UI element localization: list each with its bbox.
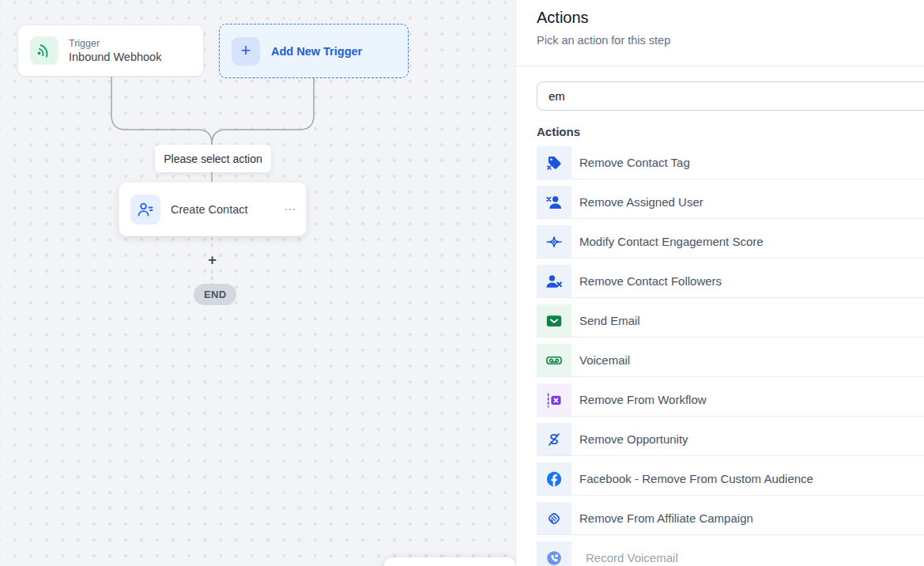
record-voicemail-icon [537, 541, 571, 566]
workflow-canvas[interactable]: Trigger Inbound Webhook + Add New Trigge… [0, 0, 515, 566]
panel-title: Actions [537, 9, 924, 27]
action-item-remove-contact-followers[interactable]: Remove Contact Followers [537, 265, 924, 298]
actions-section-label: Actions [537, 125, 924, 138]
action-node-label: Create Contact [171, 203, 273, 216]
action-search-input[interactable] [537, 81, 924, 111]
action-item-remove-opportunity[interactable]: Remove Opportunity [537, 423, 924, 456]
action-item-voicemail[interactable]: Voicemail [537, 344, 924, 377]
user-remove-icon [537, 186, 571, 218]
action-item-facebook-remove-from-custom-audience[interactable]: Facebook - Remove From Custom Audience [537, 462, 924, 496]
action-item-label: Remove Assigned User [571, 186, 703, 218]
tag-remove-icon [537, 146, 571, 179]
add-step-button[interactable]: + [204, 252, 221, 269]
add-new-trigger-label: Add New Trigger [271, 45, 362, 58]
panel-subtitle: Pick an action for this step [537, 34, 924, 47]
opportunity-remove-icon [537, 423, 571, 455]
action-item-remove-contact-tag[interactable]: Remove Contact Tag [537, 146, 924, 179]
add-new-trigger-button[interactable]: + Add New Trigger [219, 24, 409, 78]
action-item-remove-from-affiliate-campaign[interactable]: Remove From Affiliate Campaign [537, 502, 924, 535]
action-list: Remove Contact Tag Remove Assigned User … [516, 146, 924, 566]
action-item-label: Send Email [571, 304, 640, 337]
action-item-modify-contact-engagement-score[interactable]: Modify Contact Engagement Score [537, 225, 924, 258]
trigger-name: Inbound Webhook [69, 51, 161, 63]
action-node-create-contact[interactable]: Create Contact ⋯ [119, 182, 307, 236]
webhook-icon [30, 36, 58, 65]
action-item-label: Remove Contact Tag [571, 146, 690, 179]
select-action-prompt: Please select action [155, 145, 271, 172]
action-item-label: Record Voicemail [571, 541, 678, 566]
action-item-label: Modify Contact Engagement Score [571, 225, 764, 258]
action-item-record-voicemail[interactable]: Record Voicemail [537, 541, 924, 566]
facebook-icon [537, 462, 571, 495]
followers-remove-icon [537, 265, 571, 297]
affiliate-icon [537, 502, 571, 534]
trigger-type-label: Trigger [69, 38, 161, 49]
connector-lines [0, 0, 515, 566]
action-item-label: Remove From Workflow [571, 383, 707, 416]
action-item-label: Voicemail [571, 344, 630, 376]
voicemail-icon [537, 344, 571, 376]
action-item-remove-assigned-user[interactable]: Remove Assigned User [537, 186, 924, 219]
canvas-toolbar[interactable] [384, 557, 515, 566]
action-item-label: Facebook - Remove From Custom Audience [571, 462, 813, 495]
plus-icon: + [232, 37, 260, 66]
action-item-label: Remove Contact Followers [571, 265, 722, 297]
engagement-score-icon [537, 225, 571, 258]
actions-panel: Actions Pick an action for this step Act… [515, 0, 924, 566]
email-icon [537, 304, 571, 337]
node-menu-button[interactable]: ⋯ [284, 202, 296, 217]
end-badge: END [194, 284, 236, 305]
contact-icon [130, 194, 160, 225]
panel-header: Actions Pick an action for this step [516, 0, 924, 66]
workflow-remove-icon [537, 383, 571, 416]
action-item-label: Remove Opportunity [571, 423, 688, 455]
action-item-remove-from-workflow[interactable]: Remove From Workflow [537, 383, 924, 417]
action-item-send-email[interactable]: Send Email [537, 304, 924, 338]
action-item-label: Remove From Affiliate Campaign [571, 502, 753, 534]
trigger-node[interactable]: Trigger Inbound Webhook [17, 25, 204, 77]
